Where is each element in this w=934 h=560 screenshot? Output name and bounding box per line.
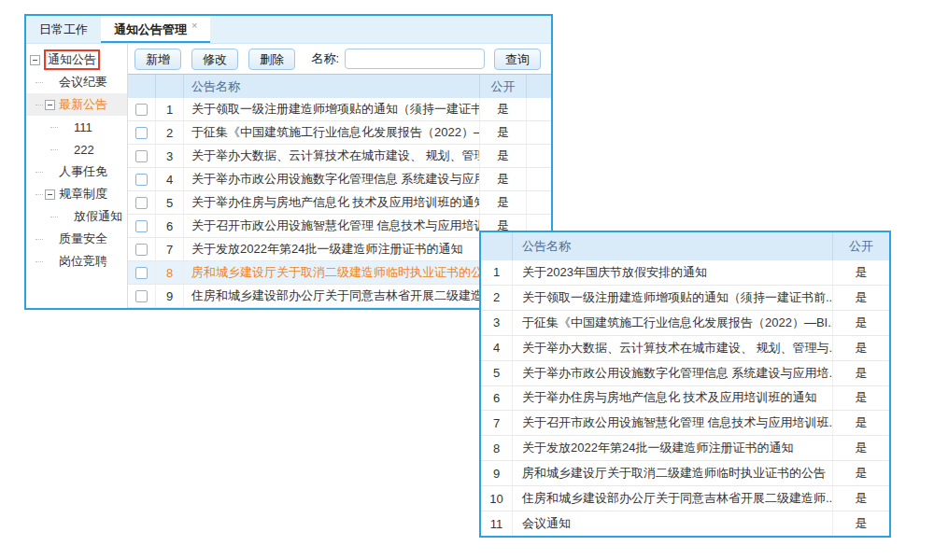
tree-item[interactable]: 规章制度	[26, 183, 127, 205]
tree-item[interactable]: 岗位竞聘	[26, 250, 127, 273]
table-row[interactable]: 5 关于举办住房与房地产信息化 技术及应用培训班的通知 是	[128, 191, 551, 215]
announcement-title[interactable]: 房和城乡建设厅关于取消二级建造师临时执业证书的公告	[184, 261, 480, 284]
announcement-title[interactable]: 关于发放2022年第24批一级建造师注册证书的通知	[513, 436, 833, 460]
row-checkbox[interactable]	[135, 220, 148, 232]
row-checkbox[interactable]	[135, 127, 148, 139]
table-row[interactable]: 5 关于举办市政公用设施数字化管理信息 系统建设与应用培... 是	[481, 361, 889, 386]
tree-item[interactable]: 通知公告	[26, 49, 127, 71]
announcement-title[interactable]: 关于举办大数据、云计算技术在城市建设、 规划、管理与...	[184, 145, 480, 167]
row-checkbox[interactable]	[135, 150, 148, 162]
announcement-title[interactable]: 关于举办住房与房地产信息化 技术及应用培训班的通知	[513, 386, 833, 411]
table-row[interactable]: 10 住房和城乡建设部办公厅关于同意吉林省开展二级建造师... 是	[481, 486, 889, 511]
table-row[interactable]: 2 关于领取一级注册建造师增项贴的通知（须持一建证书前... 是	[481, 286, 889, 311]
table-row[interactable]: 1 关于2023年国庆节放假安排的通知 是	[481, 260, 889, 286]
public-flag: 是	[833, 361, 889, 385]
row-number: 11	[481, 511, 513, 536]
announcement-title[interactable]: 关于领取一级注册建造师增项贴的通知（须持一建证书前...	[513, 286, 833, 310]
table-row[interactable]: 3 于征集《中国建筑施工行业信息化发展报告（2022）—BI... 是	[481, 311, 889, 336]
tree-item[interactable]: 会议纪要	[26, 71, 127, 93]
announcement-list-panel: 公告名称 公开 1 关于2023年国庆节放假安排的通知 是 2 关于领取一级注册…	[479, 231, 891, 538]
row-checkbox[interactable]	[135, 174, 148, 186]
tree-item-label[interactable]: 放假通知	[74, 208, 122, 225]
row-number: 8	[156, 261, 184, 284]
tree-item[interactable]: 222	[26, 138, 127, 161]
tree-item-label[interactable]: 质量安全	[59, 231, 107, 247]
tree-item[interactable]: 人事任免	[26, 161, 127, 183]
screen: 日常工作 通知公告管理× 通知公告 会议纪要 最新公告 111 222 人事任免…	[0, 0, 934, 560]
row-checkbox[interactable]	[135, 244, 148, 256]
collapse-icon[interactable]	[30, 55, 40, 65]
announcement-title[interactable]: 住房和城乡建设部办公厅关于同意吉林省开展二级建造师...	[513, 486, 833, 511]
edit-button[interactable]: 修改	[191, 49, 238, 70]
public-flag: 是	[480, 98, 527, 120]
tab-notice-management[interactable]: 通知公告管理×	[101, 16, 210, 43]
row-number: 4	[481, 336, 513, 360]
row-checkbox[interactable]	[135, 104, 148, 116]
tree-item-label[interactable]: 通知公告	[44, 49, 100, 70]
tree-item-label[interactable]: 规章制度	[59, 186, 107, 203]
row-checkbox[interactable]	[135, 197, 148, 209]
public-flag: 是	[833, 286, 889, 310]
row-checkbox[interactable]	[135, 290, 148, 302]
row-number: 2	[156, 121, 184, 144]
tree-item-label[interactable]: 222	[74, 143, 94, 157]
delete-button[interactable]: 删除	[248, 49, 295, 70]
table-row[interactable]: 11 会议通知 是	[481, 511, 889, 536]
add-button[interactable]: 新增	[134, 49, 181, 70]
table-row[interactable]: 1 关于领取一级注册建造师增项贴的通知（须持一建证书前... 是	[128, 98, 551, 121]
tree-item[interactable]: 放假通知	[26, 205, 127, 228]
table-row[interactable]: 4 关于举办市政公用设施数字化管理信息 系统建设与应用培... 是	[128, 168, 551, 191]
announcement-title[interactable]: 关于举办市政公用设施数字化管理信息 系统建设与应用培...	[513, 361, 833, 385]
row-number: 10	[481, 486, 513, 511]
header-checkbox-cell	[128, 75, 156, 98]
public-flag: 是	[480, 168, 527, 190]
tree-item-label[interactable]: 人事任免	[59, 163, 107, 180]
announcement-title[interactable]: 房和城乡建设厅关于取消二级建造师临时执业证书的公告	[513, 461, 833, 485]
row-number: 1	[481, 260, 513, 285]
tree-item-label[interactable]: 111	[74, 120, 92, 134]
table-row[interactable]: 9 房和城乡建设厅关于取消二级建造师临时执业证书的公告 是	[481, 461, 889, 486]
announcement-title[interactable]: 关于举办大数据、云计算技术在城市建设、 规划、管理与...	[513, 336, 833, 360]
table-row[interactable]: 7 关于召开市政公用设施智慧化管理 信息技术与应用培训班... 是	[481, 411, 889, 436]
extra-cell	[527, 145, 551, 167]
announcement-title[interactable]: 关于领取一级注册建造师增项贴的通知（须持一建证书前...	[184, 98, 480, 120]
announcement-title[interactable]: 关于发放2022年第24批一级建造师注册证书的通知	[184, 238, 480, 260]
announcement-title[interactable]: 住房和城乡建设部办公厅关于同意吉林省开展二级建造师...	[184, 285, 480, 307]
close-tab-icon[interactable]: ×	[191, 20, 197, 31]
name-filter-input[interactable]	[345, 49, 485, 69]
announcement-title[interactable]: 关于召开市政公用设施智慧化管理 信息技术与应用培训班...	[513, 411, 833, 435]
tree-item[interactable]: 质量安全	[26, 228, 127, 250]
public-flag: 是	[833, 386, 889, 411]
checkbox-cell	[128, 285, 156, 307]
public-flag: 是	[480, 121, 527, 144]
announcement-title[interactable]: 关于2023年国庆节放假安排的通知	[513, 260, 833, 285]
tab-daily-work[interactable]: 日常工作	[26, 16, 101, 43]
announcement-title[interactable]: 于征集《中国建筑施工行业信息化发展报告（2022）—BI...	[513, 311, 833, 335]
table-row[interactable]: 4 关于举办大数据、云计算技术在城市建设、 规划、管理与... 是	[481, 336, 889, 361]
tree-item-label[interactable]: 岗位竞聘	[59, 253, 107, 270]
public-flag: 是	[833, 511, 889, 536]
collapse-icon[interactable]	[45, 189, 55, 200]
tree-item-label[interactable]: 会议纪要	[59, 74, 107, 91]
row-number: 2	[481, 286, 513, 310]
table-row[interactable]: 3 关于举办大数据、云计算技术在城市建设、 规划、管理与... 是	[128, 145, 551, 168]
public-flag: 是	[833, 486, 889, 511]
tree-item[interactable]: 111	[26, 116, 127, 138]
table-row[interactable]: 6 关于举办住房与房地产信息化 技术及应用培训班的通知 是	[481, 386, 889, 412]
row-number: 7	[156, 238, 184, 260]
tree-item[interactable]: 最新公告	[26, 93, 127, 116]
announcement-title[interactable]: 关于举办市政公用设施数字化管理信息 系统建设与应用培...	[184, 168, 480, 190]
table-row[interactable]: 2 于征集《中国建筑施工行业信息化发展报告（2022）—BI... 是	[128, 121, 551, 145]
search-button[interactable]: 查询	[494, 49, 541, 70]
table-row[interactable]: 8 关于发放2022年第24批一级建造师注册证书的通知 是	[481, 436, 889, 461]
tree-item-label[interactable]: 最新公告	[59, 96, 107, 113]
header-extra-cell	[527, 75, 551, 98]
announcement-title[interactable]: 会议通知	[513, 511, 833, 536]
collapse-icon[interactable]	[45, 100, 55, 110]
public-flag: 是	[833, 436, 889, 460]
announcement-title[interactable]: 关于召开市政公用设施智慧化管理 信息技术与应用培训班...	[184, 215, 480, 237]
announcement-title[interactable]: 于征集《中国建筑施工行业信息化发展报告（2022）—BI...	[184, 121, 480, 144]
row-checkbox[interactable]	[135, 267, 148, 279]
row-number: 4	[156, 168, 184, 190]
announcement-title[interactable]: 关于举办住房与房地产信息化 技术及应用培训班的通知	[184, 191, 480, 214]
